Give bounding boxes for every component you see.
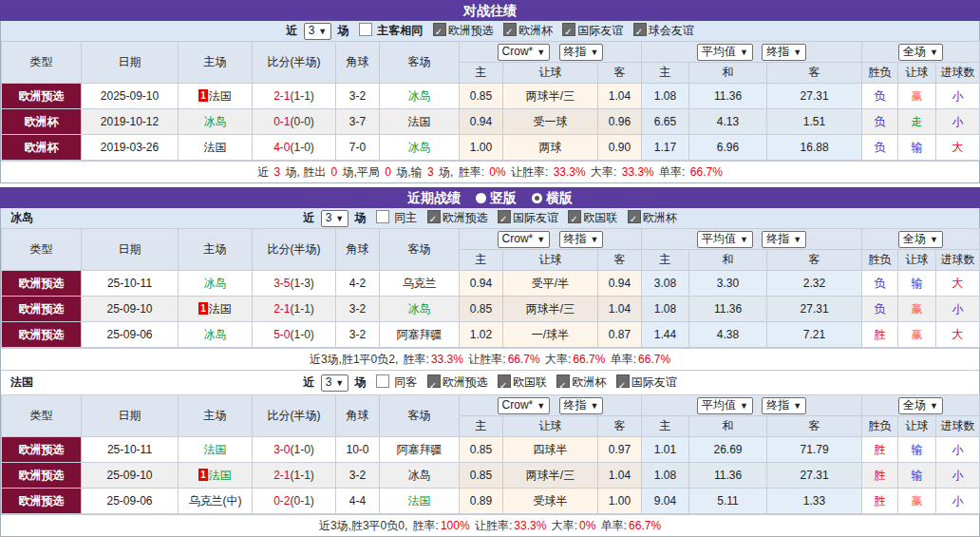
final-odds-select-2[interactable]: 终指▼ — [762, 44, 806, 61]
full-match-select-value: 全场 — [903, 398, 926, 412]
rank-badge: 1 — [198, 302, 208, 315]
away-team: 阿塞拜疆 — [397, 443, 443, 456]
odds-home-cell: 0.85 — [460, 437, 503, 463]
col-type: 类型 — [2, 229, 82, 271]
avg-home-cell: 1.01 — [642, 437, 689, 463]
games-count-select[interactable]: 3▼ — [321, 210, 349, 227]
avg-away-cell: 27.31 — [767, 84, 862, 109]
goals-result-cell: 小 — [936, 489, 980, 514]
same-home-checkbox[interactable] — [376, 210, 389, 223]
result-group-header: 全场▼ — [862, 229, 980, 250]
col-home: 主场 — [179, 395, 253, 437]
league-label-2: 欧洲杯 — [572, 375, 606, 389]
league-checkbox-2[interactable] — [568, 210, 581, 223]
layout-radio-vertical[interactable] — [476, 193, 486, 203]
recent-title-bar: 近期战绩 竖版 横版 — [0, 187, 980, 208]
odds-handicap-cell: 受球半 — [503, 489, 598, 514]
col-corner: 角球 — [336, 395, 380, 437]
games-count-select[interactable]: 3▼ — [304, 23, 332, 40]
bookmaker-select[interactable]: Crow*▼ — [498, 397, 551, 414]
date-cell: 25-09-10 — [82, 297, 179, 322]
sub-home: 主 — [460, 416, 503, 437]
average-select-value: 平均值 — [702, 232, 736, 245]
type-cell: 欧洲预选 — [2, 271, 82, 297]
goals-result-cell: 小 — [936, 463, 980, 489]
league-checkbox-0[interactable] — [427, 210, 441, 223]
corner-cell: 4-4 — [336, 489, 380, 514]
full-match-select[interactable]: 全场▼ — [898, 231, 943, 248]
chevron-down-icon: ▼ — [930, 48, 938, 57]
chevron-down-icon: ▼ — [537, 235, 545, 244]
table-header-row: 类型 日期 主场 比分(半场) 角球 客场 Crow*▼ 终指▼ 平均值▼ 终指… — [2, 229, 980, 250]
league-checkbox-0[interactable] — [433, 23, 446, 36]
games-label: 场 — [338, 24, 349, 37]
league-checkbox-1[interactable] — [498, 374, 511, 388]
away-cell: 法国 — [380, 489, 460, 514]
stat-value: 100% — [441, 519, 470, 532]
score-cell: 0-1(0-0) — [253, 109, 336, 135]
avg-draw-cell: 11.36 — [689, 297, 767, 322]
final-odds-select[interactable]: 终指▼ — [559, 44, 604, 61]
half-score: (1-1) — [291, 302, 314, 316]
average-select[interactable]: 平均值▼ — [697, 44, 753, 61]
near-label: 近 — [303, 211, 314, 224]
final-odds-select[interactable]: 终指▼ — [559, 231, 604, 248]
result-cell: 负 — [862, 271, 898, 297]
odds-handicap-cell: 两球半/三 — [503, 463, 598, 489]
league-checkbox-3[interactable] — [633, 23, 647, 36]
h2h-title-bar: 对战往绩 — [0, 0, 980, 21]
league-checkbox-2[interactable] — [556, 374, 570, 388]
home-cell: 冰岛 — [179, 109, 253, 135]
home-team: 冰岛 — [204, 115, 227, 128]
bookmaker-select[interactable]: Crow*▼ — [498, 231, 551, 248]
league-checkbox-3[interactable] — [628, 210, 641, 223]
full-match-select[interactable]: 全场▼ — [898, 397, 943, 414]
chevron-down-icon: ▼ — [930, 235, 938, 244]
avg-away-cell: 27.31 — [767, 297, 862, 322]
final-odds-select[interactable]: 终指▼ — [559, 397, 604, 414]
average-select[interactable]: 平均值▼ — [697, 397, 753, 414]
goals-result-cell: 大 — [936, 271, 980, 297]
full-match-select[interactable]: 全场▼ — [898, 44, 943, 61]
table-row: 欧洲预选 25-09-10 1法国 2-1(1-1) 3-2 冰岛 0.85 两… — [2, 463, 980, 489]
home-cell: 乌克兰(中) — [179, 489, 253, 514]
sub-draw: 和 — [689, 416, 767, 437]
table-row: 欧洲预选 25-09-06 冰岛 5-0(1-0) 3-2 阿塞拜疆 1.02 … — [2, 322, 980, 348]
full-match-select-value: 全场 — [903, 45, 926, 58]
league-checkbox-1[interactable] — [503, 23, 517, 36]
league-checkbox-1[interactable] — [498, 210, 511, 223]
half-score: (0-0) — [291, 115, 314, 128]
stat-value: 33.3% — [431, 353, 463, 366]
france-summary: 近3场,胜3平0负0, 胜率:100% 让胜率:33.3% 大率:0% 单率:6… — [1, 514, 979, 536]
odds-home-cell: 0.89 — [460, 489, 503, 514]
layout-radio-horizontal[interactable] — [532, 193, 542, 203]
games-count-select[interactable]: 3▼ — [321, 374, 349, 392]
type-cell: 欧洲预选 — [2, 297, 82, 322]
col-away: 客场 — [380, 395, 460, 437]
stat-label: 单率: — [601, 519, 627, 532]
away-team: 冰岛 — [408, 302, 431, 316]
league-checkbox-3[interactable] — [616, 374, 630, 388]
bookmaker-select[interactable]: Crow*▼ — [498, 44, 551, 61]
same-away-checkbox[interactable] — [376, 374, 389, 388]
stat-value: 0% — [489, 165, 505, 179]
chevron-down-icon: ▼ — [591, 235, 599, 244]
stat-value: 66.7% — [573, 353, 605, 366]
layout-radio-vertical-label: 竖版 — [490, 190, 517, 205]
odds-handicap-cell: 四球半 — [503, 437, 598, 463]
league-checkbox-0[interactable] — [427, 374, 441, 388]
same-home-away-checkbox[interactable] — [359, 23, 372, 36]
avg-away-cell: 2.32 — [767, 271, 862, 297]
stat-label: 胜率: — [459, 165, 488, 179]
sub-goals: 进球数 — [936, 63, 980, 84]
result-cell: 胜 — [862, 437, 898, 463]
average-select-value: 平均值 — [702, 398, 736, 412]
final-odds-select-2[interactable]: 终指▼ — [762, 231, 806, 248]
away-cell: 冰岛 — [380, 463, 460, 489]
half-score: (1-0) — [291, 443, 314, 456]
league-checkbox-2[interactable] — [562, 23, 575, 36]
average-select[interactable]: 平均值▼ — [697, 231, 753, 248]
final-odds-select-2[interactable]: 终指▼ — [762, 397, 806, 414]
avg-home-cell: 1.08 — [642, 84, 689, 109]
sub-home2: 主 — [642, 63, 689, 84]
